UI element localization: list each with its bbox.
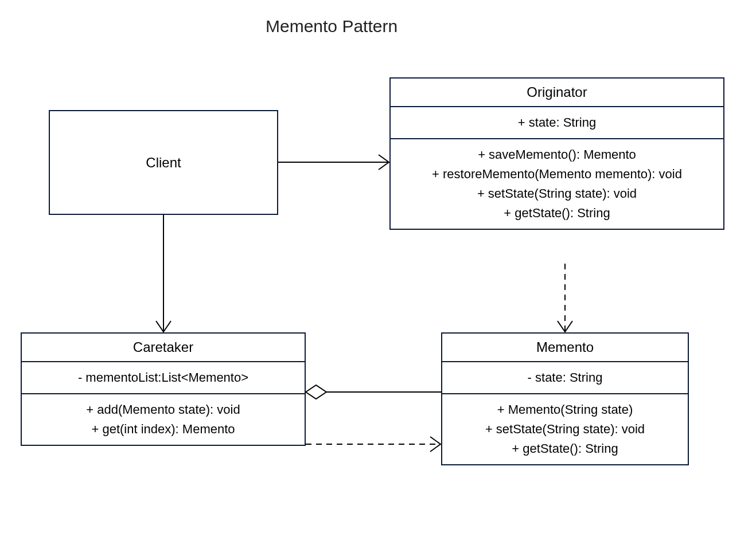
class-memento-name: Memento — [442, 334, 688, 362]
class-caretaker: Caretaker - mementoList:List<Memento> + … — [21, 332, 306, 446]
class-originator-ops: + saveMemento(): Memento + restoreMement… — [391, 139, 723, 229]
class-caretaker-ops: + add(Memento state): void + get(int ind… — [22, 394, 305, 445]
class-memento-ops: + Memento(String state) + setState(Strin… — [442, 394, 688, 464]
arrow-caretaker-memento-dependency — [306, 437, 441, 452]
caretaker-op-get: + get(int index): Memento — [25, 420, 301, 439]
class-caretaker-attrs: - mementoList:List<Memento> — [22, 362, 305, 394]
memento-op-setstate: + setState(String state): void — [446, 420, 684, 439]
memento-attr-state: - state: String — [446, 368, 684, 387]
originator-attr-state: + state: String — [394, 113, 720, 132]
originator-op-restorememento: + restoreMemento(Memento memento): void — [394, 164, 720, 184]
class-originator-name: Originator — [391, 79, 723, 107]
class-client: Client — [49, 110, 278, 215]
svg-marker-3 — [306, 385, 326, 399]
memento-op-ctor: + Memento(String state) — [446, 400, 684, 420]
class-caretaker-name: Caretaker — [22, 334, 305, 362]
arrow-originator-memento-dependency — [558, 264, 572, 332]
class-originator-attrs: + state: String — [391, 107, 723, 139]
class-client-name: Client — [146, 155, 181, 171]
arrow-client-originator — [278, 155, 389, 170]
caretaker-attr-mementolist: - mementoList:List<Memento> — [25, 368, 301, 387]
diagram-title: Memento Pattern — [266, 17, 398, 36]
caretaker-op-add: + add(Memento state): void — [25, 400, 301, 420]
class-memento-attrs: - state: String — [442, 362, 688, 394]
arrow-client-caretaker — [156, 215, 171, 332]
uml-canvas: Memento Pattern Client Originator + stat… — [0, 0, 756, 533]
class-originator: Originator + state: String + saveMemento… — [389, 77, 724, 230]
originator-op-getstate: + getState(): String — [394, 203, 720, 223]
class-memento: Memento - state: String + Memento(String… — [441, 332, 689, 465]
originator-op-setstate: + setState(String state): void — [394, 184, 720, 203]
originator-op-savememento: + saveMemento(): Memento — [394, 145, 720, 164]
arrow-caretaker-memento-aggregation — [306, 385, 441, 399]
memento-op-getstate: + getState(): String — [446, 439, 684, 458]
